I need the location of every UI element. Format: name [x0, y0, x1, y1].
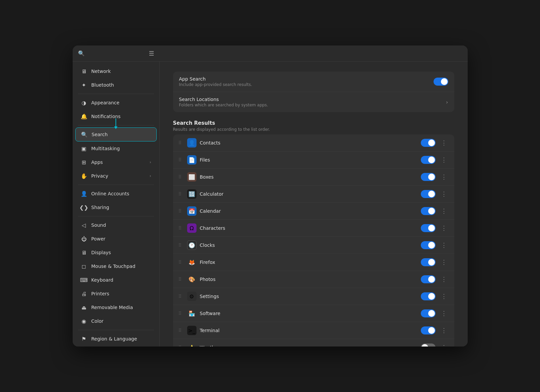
- sidebar-item-removable-media[interactable]: ⏏Removable Media: [75, 301, 157, 314]
- toggle-clocks[interactable]: [421, 241, 436, 249]
- app-icon-characters: Ω: [187, 223, 197, 233]
- drag-handle-characters[interactable]: ⠿: [178, 225, 184, 231]
- settings-row-app-search[interactable]: App SearchInclude app-provided search re…: [173, 72, 454, 92]
- more-button-boxes[interactable]: ⋮: [439, 173, 449, 181]
- row-chevron-search-locations: ›: [446, 99, 448, 105]
- drag-handle-clocks[interactable]: ⠿: [178, 242, 184, 248]
- toggle-contacts[interactable]: [421, 139, 436, 147]
- toggle-app-search[interactable]: [434, 78, 448, 86]
- result-row-photos[interactable]: ⠿🎨Photos⋮: [173, 271, 454, 288]
- sidebar-item-printers[interactable]: 🖨Printers: [75, 287, 157, 300]
- privacy-icon: ✋: [81, 173, 87, 179]
- result-row-calendar[interactable]: ⠿📅Calendar⋮: [173, 203, 454, 220]
- sidebar-divider: [78, 185, 154, 185]
- result-row-boxes[interactable]: ⠿⬜Boxes⋮: [173, 169, 454, 186]
- settings-row-title-search-locations: Search Locations: [179, 97, 442, 102]
- drag-handle-firefox[interactable]: ⠿: [178, 260, 184, 265]
- app-icon-clocks: 🕐: [187, 240, 197, 250]
- more-button-photos[interactable]: ⋮: [439, 276, 449, 283]
- toggle-photos[interactable]: [421, 275, 436, 283]
- titlebar: 🔍 ☰: [73, 45, 468, 62]
- sidebar-divider: [78, 216, 154, 216]
- result-row-software[interactable]: ⠿🏪Software⋮: [173, 305, 454, 322]
- multitasking-icon: ▣: [81, 145, 87, 152]
- app-name-boxes: Boxes: [200, 174, 417, 180]
- more-button-characters[interactable]: ⋮: [439, 224, 449, 232]
- toggle-software[interactable]: [421, 309, 436, 317]
- toggle-weather[interactable]: [421, 344, 436, 347]
- sidebar-item-privacy[interactable]: ✋Privacy›: [75, 169, 157, 183]
- sidebar-item-apps[interactable]: ⊞Apps›: [75, 156, 157, 169]
- sidebar-item-region-language[interactable]: ⚑Region & Language: [75, 332, 157, 346]
- drag-handle-photos[interactable]: ⠿: [178, 277, 184, 282]
- toggle-boxes[interactable]: [421, 173, 436, 181]
- sidebar-item-search[interactable]: 🔍Search: [75, 127, 157, 141]
- sidebar-item-color[interactable]: ◉Color: [75, 314, 157, 328]
- more-button-clocks[interactable]: ⋮: [439, 241, 449, 249]
- drag-handle-calendar[interactable]: ⠿: [178, 208, 184, 214]
- sidebar-item-sharing[interactable]: ❮❯Sharing: [75, 201, 157, 214]
- result-row-contacts[interactable]: ⠿👤Contacts⋮: [173, 134, 454, 152]
- toggle-knob-characters: [428, 225, 435, 231]
- toggle-settings[interactable]: [421, 292, 436, 300]
- sidebar-item-label-apps: Apps: [91, 160, 146, 165]
- drag-handle-boxes[interactable]: ⠿: [178, 174, 184, 180]
- search-results-subtitle: Results are displayed according to the l…: [173, 127, 454, 132]
- toggle-characters[interactable]: [421, 224, 436, 232]
- drag-handle-calculator[interactable]: ⠿: [178, 191, 184, 197]
- app-icon-software: 🏪: [187, 309, 197, 318]
- toggle-knob-contacts: [428, 139, 435, 146]
- toggle-firefox[interactable]: [421, 258, 436, 266]
- more-button-calendar[interactable]: ⋮: [439, 207, 449, 215]
- more-button-files[interactable]: ⋮: [439, 156, 449, 164]
- drag-handle-terminal[interactable]: ⠿: [178, 328, 184, 333]
- result-row-clocks[interactable]: ⠿🕐Clocks⋮: [173, 237, 454, 254]
- more-button-terminal[interactable]: ⋮: [439, 327, 449, 334]
- toggle-knob-calendar: [428, 208, 435, 214]
- sidebar-item-sound[interactable]: ◁Sound: [75, 218, 157, 232]
- sidebar-item-mouse-touchpad[interactable]: ◻Mouse & Touchpad: [75, 260, 157, 273]
- toggle-knob-firefox: [428, 259, 435, 266]
- more-button-contacts[interactable]: ⋮: [439, 139, 449, 146]
- results-group: ⠿👤Contacts⋮⠿📄Files⋮⠿⬜Boxes⋮⠿🔢Calculator⋮…: [173, 134, 454, 347]
- sidebar-item-power[interactable]: ⏻Power: [75, 232, 157, 246]
- app-name-clocks: Clocks: [200, 242, 417, 248]
- sidebar-item-network[interactable]: 🖥Network: [75, 65, 157, 78]
- toggle-calculator[interactable]: [421, 190, 436, 198]
- sidebar-item-label-keyboard: Keyboard: [91, 277, 151, 283]
- more-button-software[interactable]: ⋮: [439, 310, 449, 317]
- result-row-terminal[interactable]: ⠿>_Terminal⋮: [173, 322, 454, 339]
- settings-row-search-locations[interactable]: Search LocationsFolders which are search…: [173, 92, 454, 112]
- sidebar-item-bluetooth[interactable]: ✦Bluetooth: [75, 78, 157, 92]
- result-row-files[interactable]: ⠿📄Files⋮: [173, 152, 454, 169]
- sidebar-item-online-accounts[interactable]: 👤Online Accounts: [75, 187, 157, 200]
- sidebar-item-label-color: Color: [91, 318, 151, 324]
- sidebar-item-keyboard[interactable]: ⌨Keyboard: [75, 273, 157, 287]
- result-row-settings[interactable]: ⠿⚙Settings⋮: [173, 288, 454, 305]
- result-row-calculator[interactable]: ⠿🔢Calculator⋮: [173, 186, 454, 203]
- sidebar-item-displays[interactable]: 🖥Displays: [75, 246, 157, 259]
- toggle-terminal[interactable]: [421, 326, 436, 334]
- more-button-calculator[interactable]: ⋮: [439, 190, 449, 198]
- toggle-files[interactable]: [421, 156, 436, 164]
- more-button-firefox[interactable]: ⋮: [439, 259, 449, 266]
- more-button-weather[interactable]: ⋮: [439, 344, 449, 347]
- result-row-firefox[interactable]: ⠿🦊Firefox⋮: [173, 254, 454, 271]
- drag-handle-weather[interactable]: ⠿: [178, 345, 184, 347]
- sidebar-item-multitasking[interactable]: ▣Multitasking: [75, 142, 157, 155]
- result-row-characters[interactable]: ⠿ΩCharacters⋮: [173, 220, 454, 237]
- drag-handle-contacts[interactable]: ⠿: [178, 140, 184, 145]
- result-row-weather[interactable]: ⠿⭐Weather⋮: [173, 339, 454, 347]
- toggle-calendar[interactable]: [421, 207, 436, 215]
- toggle-knob-files: [428, 157, 435, 163]
- sidebar-item-appearance[interactable]: ◑Appearance: [75, 96, 157, 109]
- drag-handle-software[interactable]: ⠿: [178, 311, 184, 316]
- sidebar-item-label-displays: Displays: [91, 250, 151, 255]
- menu-icon[interactable]: ☰: [149, 50, 154, 57]
- drag-handle-files[interactable]: ⠿: [178, 157, 184, 163]
- more-button-settings[interactable]: ⋮: [439, 293, 449, 300]
- drag-handle-settings[interactable]: ⠿: [178, 294, 184, 299]
- mouse-touchpad-icon: ◻: [81, 263, 87, 270]
- settings-row-subtitle-search-locations: Folders which are searched by system app…: [179, 103, 442, 107]
- sidebar-item-accessibility[interactable]: ♿Accessibility: [75, 346, 157, 347]
